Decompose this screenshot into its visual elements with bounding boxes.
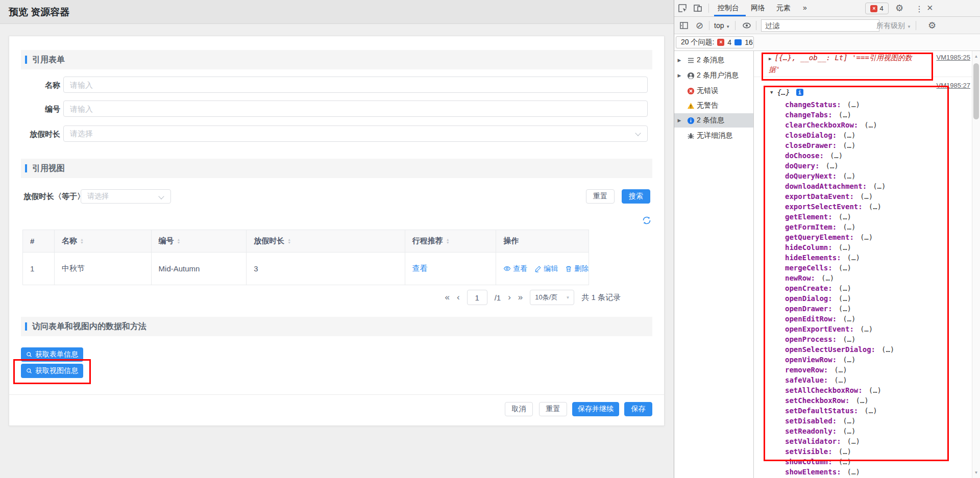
sort-icon[interactable]: ▲▼ bbox=[177, 238, 181, 244]
current-page-box[interactable]: 1 bbox=[467, 290, 487, 305]
console-property[interactable]: setReadonly (…) bbox=[754, 426, 972, 436]
issues-counter[interactable]: 20 个问题: × 4 16 bbox=[676, 36, 754, 48]
duration-select[interactable]: 请选择 bbox=[63, 125, 648, 142]
console-property[interactable]: closeDialog (…) bbox=[754, 130, 972, 140]
close-icon[interactable]: × bbox=[927, 2, 933, 14]
sidebar-item-messages[interactable]: ▶ 2 条消息 bbox=[674, 53, 753, 67]
property-value[interactable]: (…) bbox=[843, 427, 855, 435]
console-property[interactable]: exportDataEvent (…) bbox=[754, 191, 972, 202]
property-value[interactable]: (…) bbox=[843, 172, 855, 180]
console-property[interactable]: getFormItem (…) bbox=[754, 222, 972, 232]
property-value[interactable]: (…) bbox=[843, 223, 855, 231]
trip-view-link[interactable]: 查看 bbox=[412, 264, 428, 273]
console-property[interactable]: closeDrawer (…) bbox=[754, 140, 972, 150]
property-value[interactable]: (…) bbox=[839, 305, 851, 313]
tab-network[interactable]: 网络 bbox=[751, 4, 765, 13]
sidebar-item-info[interactable]: ▶ 2 条信息 bbox=[674, 113, 753, 128]
property-value[interactable]: (…) bbox=[839, 111, 851, 119]
property-value[interactable]: (…) bbox=[825, 162, 838, 170]
console-property[interactable]: setDisabled (…) bbox=[754, 416, 972, 426]
console-property[interactable]: clearCheckboxRow (…) bbox=[754, 120, 972, 130]
console-property[interactable]: setValidator (…) bbox=[754, 436, 972, 446]
query-search-button[interactable]: 搜索 bbox=[622, 189, 650, 204]
row-view-action[interactable]: 查看 bbox=[503, 264, 527, 273]
name-input[interactable] bbox=[63, 77, 648, 93]
row-delete-action[interactable]: 删除 bbox=[565, 264, 589, 273]
console-property[interactable]: setCheckboxRow (…) bbox=[754, 395, 972, 406]
disclosure-triangle-icon[interactable]: ▶ bbox=[674, 73, 684, 78]
tab-console[interactable]: 控制台 bbox=[718, 4, 739, 13]
code-input[interactable] bbox=[63, 100, 648, 117]
console-property[interactable]: doQueryNext (…) bbox=[754, 171, 972, 181]
property-value[interactable]: (…) bbox=[843, 356, 855, 364]
property-value[interactable]: (…) bbox=[847, 254, 860, 262]
scrollbar-thumb[interactable] bbox=[973, 63, 979, 119]
sidebar-item-user-messages[interactable]: ▶ 2 条用户消息 bbox=[674, 68, 753, 83]
property-value[interactable]: (…) bbox=[873, 182, 886, 190]
col-header-name[interactable]: 名称 ▲▼ bbox=[55, 230, 152, 252]
property-value[interactable]: (…) bbox=[843, 315, 855, 323]
console-property[interactable]: showColumn (…) bbox=[754, 457, 972, 467]
tab-elements[interactable]: 元素 bbox=[776, 4, 791, 13]
console-property[interactable]: openCreate (…) bbox=[754, 283, 972, 293]
clear-console-icon[interactable]: ⊘ bbox=[696, 21, 703, 30]
console-property[interactable]: openDrawer (…) bbox=[754, 304, 972, 314]
get-view-info-button[interactable]: 获取视图信息 bbox=[21, 364, 83, 378]
property-value[interactable]: (…) bbox=[834, 366, 847, 374]
log-level-select[interactable]: 所有级别 ▼ bbox=[876, 21, 911, 31]
property-value[interactable]: (…) bbox=[839, 447, 851, 456]
console-property[interactable]: openDialog (…) bbox=[754, 293, 972, 304]
sidebar-item-no-verbose[interactable]: 无详细消息 bbox=[674, 129, 753, 143]
console-property[interactable]: safeValue (…) bbox=[754, 375, 972, 385]
property-value[interactable]: (…) bbox=[847, 468, 860, 476]
col-header-duration[interactable]: 放假时长 ▲▼ bbox=[247, 230, 405, 252]
inspect-element-icon[interactable] bbox=[677, 3, 688, 13]
sidebar-toggle-icon[interactable] bbox=[679, 21, 689, 30]
save-continue-button[interactable]: 保存并继续 bbox=[572, 402, 619, 416]
console-property[interactable]: removeRow (…) bbox=[754, 365, 972, 375]
console-property[interactable]: openViewRow (…) bbox=[754, 355, 972, 365]
property-value[interactable]: (…) bbox=[830, 152, 843, 160]
property-value[interactable]: (…) bbox=[855, 396, 868, 405]
property-value[interactable]: (…) bbox=[843, 417, 855, 425]
property-value[interactable]: (…) bbox=[869, 203, 881, 211]
console-property[interactable]: doChoose (…) bbox=[754, 150, 972, 161]
cancel-button[interactable]: 取消 bbox=[505, 402, 533, 416]
property-value[interactable]: (…) bbox=[881, 345, 894, 354]
context-selector[interactable]: top ▼ bbox=[714, 21, 730, 30]
sidebar-item-no-errors[interactable]: 无错误 bbox=[674, 84, 753, 98]
console-property[interactable]: showElements (…) bbox=[754, 467, 972, 477]
property-value[interactable]: (…) bbox=[860, 233, 873, 241]
property-value[interactable]: (…) bbox=[864, 407, 877, 415]
device-toolbar-icon[interactable] bbox=[693, 3, 703, 13]
sidebar-item-no-warnings[interactable]: 无警告 bbox=[674, 98, 753, 113]
property-value[interactable]: (…) bbox=[839, 213, 851, 221]
refresh-icon[interactable] bbox=[642, 215, 652, 225]
console-property[interactable]: setVisible (…) bbox=[754, 446, 972, 457]
next-page-button[interactable]: › bbox=[508, 290, 511, 305]
save-button[interactable]: 保存 bbox=[624, 402, 652, 416]
console-property[interactable]: mergeCells (…) bbox=[754, 263, 972, 273]
property-value[interactable]: (…) bbox=[834, 376, 847, 384]
first-page-button[interactable]: « bbox=[445, 290, 450, 305]
property-value[interactable]: (…) bbox=[847, 437, 860, 445]
console-property[interactable]: hideElements (…) bbox=[754, 253, 972, 263]
disclosure-triangle-icon[interactable]: ▶ bbox=[674, 58, 684, 63]
property-value[interactable]: (…) bbox=[839, 458, 851, 466]
get-form-info-button[interactable]: 获取表单信息 bbox=[21, 347, 83, 362]
console-property[interactable]: openEditRow (…) bbox=[754, 314, 972, 324]
console-property[interactable]: openExportEvent (…) bbox=[754, 324, 972, 334]
console-property[interactable]: exportSelectEvent (…) bbox=[754, 202, 972, 212]
property-value[interactable]: (…) bbox=[843, 335, 855, 343]
property-value[interactable]: (…) bbox=[843, 131, 855, 139]
error-count-badge[interactable]: × 4 bbox=[865, 3, 889, 14]
gear-icon[interactable]: ⚙ bbox=[895, 4, 903, 13]
disclosure-triangle-icon[interactable]: ▶ bbox=[674, 118, 684, 123]
property-value[interactable]: (…) bbox=[821, 274, 834, 282]
kebab-menu-icon[interactable]: ⋮ bbox=[915, 4, 923, 14]
property-value[interactable]: (…) bbox=[864, 121, 877, 129]
console-property[interactable]: openProcess (…) bbox=[754, 334, 972, 344]
property-value[interactable]: (…) bbox=[847, 100, 860, 109]
console-property[interactable]: changeStatus (…) bbox=[754, 99, 972, 110]
sort-icon[interactable]: ▲▼ bbox=[80, 238, 84, 244]
